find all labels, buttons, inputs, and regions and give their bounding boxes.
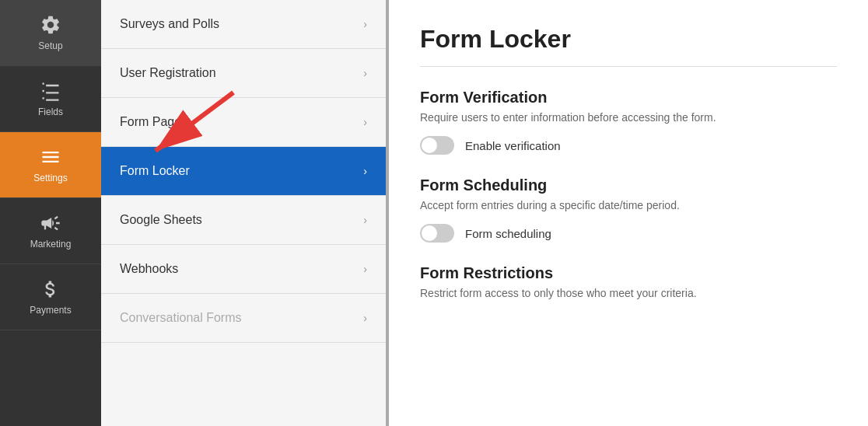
fields-icon <box>40 80 61 102</box>
menu-item-google-sheets[interactable]: Google Sheets › <box>101 196 386 245</box>
menu-item-form-locker[interactable]: Form Locker › <box>101 147 386 196</box>
main-content: Form Locker Form Verification Require us… <box>389 0 868 426</box>
form-verification-toggle-row: Enable verification <box>420 136 837 155</box>
enable-verification-label: Enable verification <box>465 139 561 152</box>
form-restrictions-section: Form Restrictions Restrict form access t… <box>420 264 837 299</box>
menu-item-form-locker-label: Form Locker <box>120 164 190 178</box>
form-restrictions-title: Form Restrictions <box>420 264 837 282</box>
menu-item-surveys-polls-label: Surveys and Polls <box>120 17 219 31</box>
chevron-right-icon: › <box>363 263 367 275</box>
menu-item-conversational-forms-label: Conversational Forms <box>120 311 242 325</box>
gear-icon <box>40 14 61 36</box>
menu-item-conversational-forms[interactable]: Conversational Forms › <box>101 294 386 343</box>
form-verification-title: Form Verification <box>420 89 837 106</box>
form-scheduling-toggle-row: Form scheduling <box>420 224 837 243</box>
chevron-right-icon: › <box>363 214 367 226</box>
chevron-right-icon: › <box>363 18 367 30</box>
sidebar-item-settings-label: Settings <box>33 173 67 183</box>
sidebar-item-marketing-label: Marketing <box>30 239 72 250</box>
middle-menu: Surveys and Polls › User Registration › … <box>101 0 389 426</box>
form-scheduling-section: Form Scheduling Accept form entries duri… <box>420 176 837 243</box>
sidebar-item-settings[interactable]: Settings <box>0 132 101 198</box>
menu-item-form-pages[interactable]: Form Pages › <box>101 98 386 147</box>
chevron-right-icon: › <box>363 116 367 128</box>
sidebar-item-payments-label: Payments <box>30 305 71 316</box>
enable-verification-toggle[interactable] <box>420 136 454 155</box>
form-scheduling-title: Form Scheduling <box>420 176 837 194</box>
menu-item-user-registration-label: User Registration <box>120 66 216 80</box>
divider <box>420 66 837 67</box>
sidebar-item-setup-label: Setup <box>38 40 62 51</box>
menu-item-webhooks-label: Webhooks <box>120 262 178 276</box>
page-title: Form Locker <box>420 25 837 54</box>
chevron-right-icon: › <box>363 312 367 324</box>
menu-item-form-pages-label: Form Pages <box>120 115 187 129</box>
sidebar-item-marketing[interactable]: Marketing <box>0 198 101 264</box>
sidebar-item-fields-label: Fields <box>38 106 63 117</box>
menu-item-webhooks[interactable]: Webhooks › <box>101 245 386 294</box>
form-verification-section: Form Verification Require users to enter… <box>420 89 837 155</box>
marketing-icon <box>40 212 61 234</box>
menu-item-google-sheets-label: Google Sheets <box>120 213 202 227</box>
form-restrictions-desc: Restrict form access to only those who m… <box>420 287 837 299</box>
form-verification-desc: Require users to enter information befor… <box>420 111 837 124</box>
chevron-right-icon: › <box>363 67 367 79</box>
sidebar-item-payments[interactable]: Payments <box>0 264 101 330</box>
menu-item-surveys-polls[interactable]: Surveys and Polls › <box>101 0 386 49</box>
sidebar-item-fields[interactable]: Fields <box>0 66 101 132</box>
menu-item-user-registration[interactable]: User Registration › <box>101 49 386 98</box>
form-scheduling-label: Form scheduling <box>465 227 551 240</box>
settings-icon <box>40 146 61 168</box>
sidebar-item-setup[interactable]: Setup <box>0 0 101 66</box>
form-scheduling-desc: Accept form entries during a specific da… <box>420 199 837 211</box>
chevron-right-icon: › <box>363 165 367 177</box>
payments-icon <box>40 278 61 300</box>
form-scheduling-toggle[interactable] <box>420 224 454 243</box>
icon-sidebar: Setup Fields Settings Marketing Payments <box>0 0 101 426</box>
